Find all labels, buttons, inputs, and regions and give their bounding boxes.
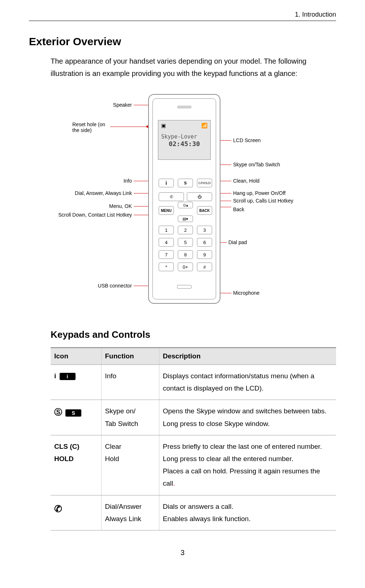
key-hangup: ⏻: [187, 192, 212, 201]
lcd-status-icon: ▣: [161, 123, 166, 128]
cell-desc: Opens the Skype window and switches betw…: [159, 400, 336, 435]
key-chold: C/HOLD: [197, 179, 212, 187]
th-desc: Description: [159, 348, 336, 365]
key-dial: ✆: [159, 192, 184, 201]
lcd-username: Skype-Lover: [158, 133, 210, 140]
callout-lcd: LCD Screen: [233, 137, 261, 143]
handset-diagram: ▣ 📶 Skype-Lover 02:45:30 i S C/HOLD ✆ ⏻ …: [29, 90, 336, 315]
table-row: i i Info Displays contact information/st…: [51, 365, 336, 400]
callout-scroll-down: Scroll Down, Contact List Hotkey: [29, 212, 132, 218]
cell-icon: CLS (C) HOLD: [51, 435, 101, 495]
speaker-grill: [177, 106, 192, 108]
lcd-screen: ▣ 📶 Skype-Lover 02:45:30: [158, 120, 211, 160]
key-2: 2: [178, 226, 193, 234]
key-6: 6: [197, 238, 212, 247]
key-skype: S: [178, 179, 193, 187]
key-3: 3: [197, 226, 212, 234]
key-7: 7: [159, 250, 174, 259]
cell-desc: Press briefly to clear the last one of e…: [159, 435, 336, 495]
callout-info: Info: [29, 178, 132, 184]
key-star: *: [159, 263, 174, 271]
callout-clean-hold: Clean, Hold: [233, 178, 259, 184]
keypad-table: Icon Function Description i i Info Displ…: [51, 348, 336, 531]
callout-mic: Microphone: [233, 290, 259, 296]
page-number: 3: [29, 549, 336, 557]
cell-func: Clear Hold: [101, 435, 159, 495]
lcd-time: 02:45:30: [158, 140, 210, 148]
key-menu: MENU: [159, 206, 174, 215]
cell-icon: Ⓢ S: [51, 400, 101, 435]
cell-func: Skype on/ Tab Switch: [101, 400, 159, 435]
lcd-signal-icon: 📶: [201, 123, 207, 128]
table-row: Ⓢ S Skype on/ Tab Switch Opens the Skype…: [51, 400, 336, 435]
key-0: 0+: [178, 263, 193, 271]
th-icon: Icon: [51, 348, 101, 365]
table-header-row: Icon Function Description: [51, 348, 336, 365]
table-row: ✆ Dial/Answer Always Link Dials or answe…: [51, 495, 336, 530]
page-header: 1. Introduction: [29, 11, 336, 21]
cell-icon: i i: [51, 365, 101, 400]
key-9: 9: [197, 250, 212, 259]
cell-desc: Displays contact information/status menu…: [159, 365, 336, 400]
callout-menu-ok: Menu, OK: [29, 203, 132, 209]
callout-speaker: Speaker: [29, 102, 132, 108]
key-hash: #: [197, 263, 212, 271]
info-icon: i: [60, 373, 76, 380]
key-back: BACK: [197, 206, 212, 215]
cell-func: Info: [101, 365, 159, 400]
breadcrumb: 1. Introduction: [295, 11, 336, 18]
section-title-exterior: Exterior Overview: [29, 35, 336, 48]
key-scroll-down: ▤▾: [178, 216, 193, 222]
key-info: i: [159, 179, 174, 187]
skype-icon: Ⓢ: [54, 408, 62, 417]
key-5: 5: [178, 238, 193, 247]
key-scroll-up: ⊙▴: [178, 202, 193, 208]
section-title-keypads: Keypads and Controls: [51, 329, 336, 340]
callout-back: Back: [233, 206, 244, 212]
callout-hangup: Hang up, Power On/Off: [233, 190, 285, 196]
skype-pill-icon: S: [65, 409, 81, 417]
handset-outline: ▣ 📶 Skype-Lover 02:45:30 i S C/HOLD ✆ ⏻ …: [148, 94, 220, 304]
key-4: 4: [159, 238, 174, 247]
callout-usb: USB connector: [29, 283, 132, 289]
key-8: 8: [178, 250, 193, 259]
callout-scroll-up: Scroll up, Calls List Hotkey: [233, 198, 293, 204]
callout-dialpad: Dial pad: [228, 239, 247, 245]
callout-dial-answer: Dial, Answer, Always Link: [29, 190, 132, 196]
cell-func: Dial/Answer Always Link: [101, 495, 159, 530]
key-1: 1: [159, 226, 174, 234]
cell-icon: ✆: [51, 495, 101, 530]
cell-desc: Dials or answers a call. Enables always …: [159, 495, 336, 530]
usb-connector: [177, 285, 192, 289]
table-row: CLS (C) HOLD Clear Hold Press briefly to…: [51, 435, 336, 495]
th-func: Function: [101, 348, 159, 365]
phone-icon: ✆: [54, 503, 62, 514]
callout-reset: Reset hole (on the side): [29, 122, 108, 133]
intro-paragraph: The appearance of your handset varies de…: [29, 55, 336, 80]
callout-skype-tab: Skype on/Tab Switch: [233, 162, 280, 167]
